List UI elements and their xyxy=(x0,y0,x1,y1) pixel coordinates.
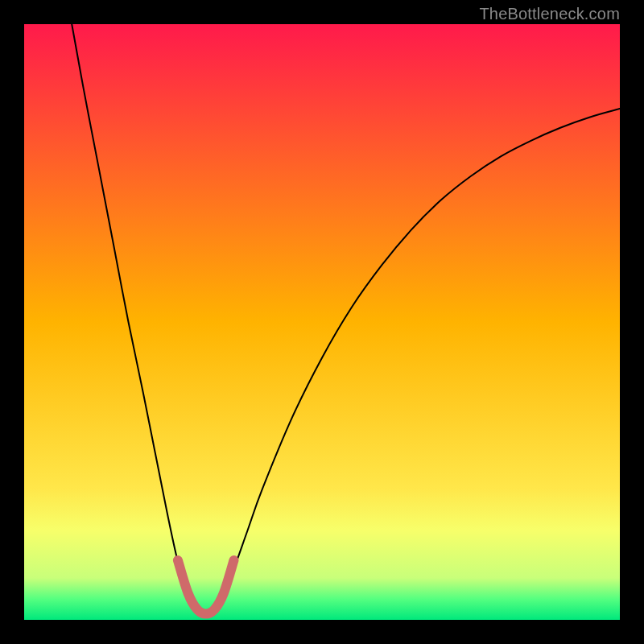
chart-frame xyxy=(24,24,620,620)
bottleneck-chart xyxy=(24,24,620,620)
chart-background xyxy=(24,24,620,620)
watermark-text: TheBottleneck.com xyxy=(479,5,620,23)
